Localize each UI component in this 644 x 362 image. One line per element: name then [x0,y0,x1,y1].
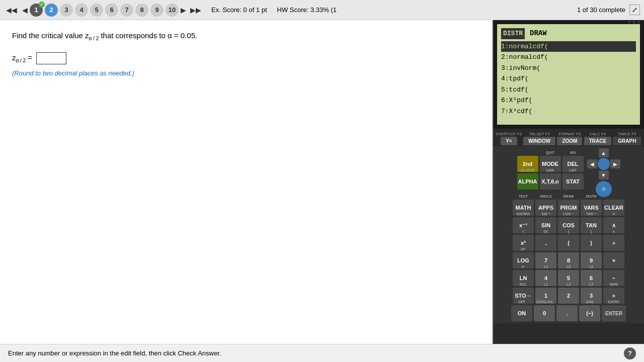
graph-group: TABLE F5 GRAPH [613,132,641,145]
answer-label: zα / 2 = [12,53,32,63]
y-equals-button[interactable]: Y= [501,137,517,145]
nav-item-10[interactable]: 10 [166,4,179,17]
hint-text: (Round to two decimal places as needed.) [12,69,480,77]
complete-count: 1 of 30 complete [577,6,625,14]
hw-score: HW Score: 3.33% (1 [277,6,337,14]
nav-next-button[interactable]: ▶ [179,5,188,15]
function-row: STATPLOT F1 Y= TBLSET F2 WINDOW FORMAT F… [493,129,644,146]
menu-item-5[interactable]: 5:tcdf( [501,84,636,96]
key-stat[interactable]: LISTSTAT [562,173,584,190]
nav-first-button[interactable]: ◀◀ [4,5,19,15]
left-panel: Find the critical value zα / 2 that corr… [0,20,493,344]
nav-item-1[interactable]: 1 [30,4,43,17]
dpad-left[interactable]: ◀ [587,159,597,168]
dpad-up[interactable]: ▲ [599,148,609,157]
key-enter[interactable]: ENTRYENTER [602,305,626,321]
nav-item-4[interactable]: 4 [75,4,88,17]
calc-screen: DISTR DRAW 1:normalcdf( 2:normalcdf( 3:i… [497,24,640,125]
main-content: Find the critical value zα / 2 that corr… [0,20,644,344]
key-on[interactable]: OFFON [511,305,532,321]
dpad-enter[interactable] [596,181,612,197]
nav-last-button[interactable]: ▶▶ [188,5,203,15]
calc-screen-area: DISTR DRAW 1:normalcdf( 2:normalcdf( 3:i… [493,20,644,129]
nav-item-2[interactable]: 2 [45,4,58,17]
nav-item-8[interactable]: 8 [135,4,148,17]
key-0[interactable]: CATALOG0 [534,305,555,321]
dpad-down[interactable]: ▼ [599,170,609,179]
answer-input[interactable] [36,52,66,64]
nav-item-7[interactable]: 7 [120,4,133,17]
key-left-paren[interactable]: {( [558,235,579,251]
nav-item-6[interactable]: 6 [105,4,118,17]
key-row-1: 2nd QUITMODE INSDEL A-LOCKALPHA [496,148,641,197]
key-multiply[interactable]: × [603,252,624,268]
key-row-9: OFFON CATALOG0 . ANS(−) ENTRYENTER [496,305,641,321]
answer-subscript: α / 2 [16,58,26,63]
nav-number-row: 1 2 3 4 5 6 7 8 9 10 [30,4,179,17]
trace-top-label: CALC F4 [589,132,606,136]
menu-item-1[interactable]: 1:normalcdf( [501,41,636,52]
key-decimal[interactable]: . [556,305,578,321]
screen-header: DISTR DRAW [501,28,636,39]
distr-label: DISTR [501,28,525,39]
key-right-paren[interactable]: }) [581,235,602,251]
draw-label: DRAW [530,28,547,39]
graph-button[interactable]: GRAPH [613,137,641,145]
nav-item-9[interactable]: 9 [150,4,164,17]
key-xtoon[interactable]: LINKX,T,θ,n [540,173,561,190]
graph-top-label: TABLE F5 [618,132,636,136]
zoom-top-label: FORMAT F3 [558,132,581,136]
ex-score: Ex. Score: 0 of 1 pt [211,6,267,14]
trace-group: CALC F4 TRACE [584,132,611,145]
y-equals-group: STATPLOT F1 Y= [496,132,522,145]
key-divide[interactable]: e÷ [603,235,624,251]
zoom-button[interactable]: ZOOM [557,137,582,145]
menu-item-2[interactable]: 2:normalcdf( [501,52,636,63]
top-navigation: ◀◀ ◀ 1 2 3 4 5 6 7 8 9 10 ▶ ▶▶ Ex. Score… [0,0,644,20]
key-comma[interactable]: EE, [535,235,556,251]
expand-button[interactable]: ⤢ [629,5,640,15]
nav-item-5[interactable]: 5 [90,4,103,17]
key-alpha[interactable]: A-LOCKALPHA [517,173,538,190]
zoom-group: FORMAT F3 ZOOM [557,132,582,145]
calculator: 7.2.7 DISTR DRAW 1:normalcdf( 2:normalcd… [493,20,644,344]
key-row-5: √x² EE, {( }) e÷ [496,235,641,251]
menu-item-3[interactable]: 3:invNorm( [501,63,636,74]
trace-button[interactable]: TRACE [584,137,611,145]
status-text: Enter any number or expression in the ed… [8,349,221,357]
menu-item-6[interactable]: 6:X²pdf( [501,95,636,106]
nav-prev-button[interactable]: ◀ [20,5,30,15]
window-group: TBLSET F2 WINDOW [523,132,555,145]
menu-item-4[interactable]: 4:tpdf( [501,73,636,84]
menu-item-7[interactable]: 7↑X²cdf( [501,106,636,117]
keypad: 2nd QUITMODE INSDEL A-LOCKALPHA [493,146,644,323]
dpad-right[interactable]: ▶ [610,159,620,168]
key-2[interactable]: L22 [558,288,579,304]
question-subscript: α / 2 [89,36,99,41]
status-bar: Enter any number or expression in the ed… [0,344,644,362]
window-button[interactable]: WINDOW [523,137,555,145]
nav-item-3[interactable]: 3 [60,4,73,17]
dpad: ▲ ◀ ▶ ▼ [587,148,620,197]
dpad-center[interactable] [598,158,610,170]
window-top-label: TBLSET F2 [529,132,550,136]
help-button[interactable]: ? [624,347,636,359]
answer-row: zα / 2 = [12,52,480,64]
key-negate[interactable]: ANS(−) [579,305,600,321]
question-text: Find the critical value zα / 2 that corr… [12,30,480,42]
y-equals-top-label: STATPLOT F1 [496,132,522,136]
nav-arrows: ◀◀ ◀ [4,5,30,15]
